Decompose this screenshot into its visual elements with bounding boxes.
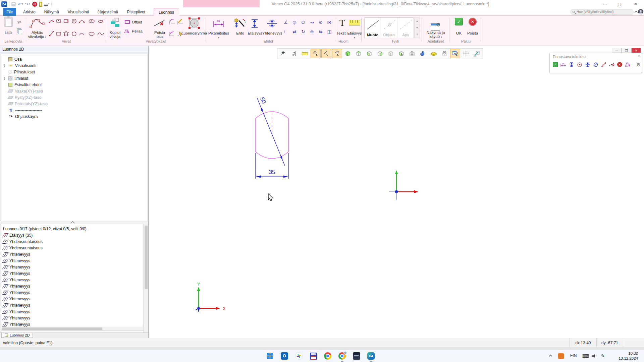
constraint-row[interactable]: Yhtenevyys — [3, 315, 144, 321]
save-app-icon[interactable] — [309, 352, 317, 360]
gallery-down-icon[interactable]: ▼ — [415, 24, 420, 31]
speaker-icon[interactable] — [590, 352, 598, 360]
predict-settings-icon[interactable]: ⚙ — [636, 62, 641, 67]
constraint-row[interactable]: Etäisyys (35) — [3, 232, 144, 238]
predict-trim-icon[interactable] — [609, 62, 614, 67]
tree-item[interactable]: ❯ Osa — [1, 56, 148, 62]
terminal-app-icon[interactable] — [353, 352, 361, 360]
start-button[interactable] — [266, 352, 274, 360]
customize-qat-button[interactable]: ▾ — [44, 3, 50, 6]
app-logo-icon[interactable]: G4 — [1, 1, 7, 7]
predict-delete-icon[interactable]: ✕ — [617, 62, 623, 67]
cut-button[interactable]: ✂ — [16, 19, 22, 25]
gallery-scrollbar[interactable]: ▲ ▼ ⊻ — [414, 17, 420, 38]
tree-item[interactable]: ❯ Piirustukset — [1, 69, 148, 75]
search-input[interactable]: Hae (välilyönti+välilyönti) — [570, 9, 634, 15]
predict-concentric-icon[interactable] — [577, 62, 582, 67]
diameter-constraint-icon[interactable]: ∅ — [300, 19, 307, 25]
style-muoto[interactable]: Muoto — [365, 18, 381, 38]
constraint-row[interactable]: Yhtenevyys — [3, 289, 144, 296]
constraint-row[interactable]: Yhtenevyys — [3, 302, 144, 308]
marker-icon[interactable] — [39, 2, 42, 7]
predict-distance-icon[interactable] — [569, 62, 574, 67]
snap-line-icon[interactable] — [321, 49, 331, 58]
ribbon-tab[interactable]: Näkymä — [40, 8, 63, 16]
close-button[interactable]: ✕ — [630, 0, 641, 8]
fix-constraint-icon[interactable]: ◫ — [326, 28, 333, 35]
tree-item[interactable]: ❯ Poikittais(YZ)-taso — [1, 101, 148, 107]
slack-icon[interactable] — [295, 352, 303, 360]
snap-center-icon[interactable] — [311, 49, 321, 58]
style-apu[interactable]: Apu — [397, 18, 414, 38]
tree-item[interactable]: ❯ ↷ Ohjauskäyrä — [1, 113, 148, 120]
no-rotate-constraint-icon[interactable]: ⊘ — [317, 19, 324, 25]
constraint-row[interactable]: Yhtenevyys — [3, 308, 144, 315]
style-ohjaus[interactable]: Ohjaus — [381, 18, 397, 38]
constraint-row[interactable]: Yhtenevyys — [3, 251, 144, 257]
touch-keyboard-icon[interactable]: ⌨ — [582, 353, 589, 359]
constraint-row[interactable]: Yhdensuuntaisuus — [3, 245, 144, 251]
magic-select-icon[interactable] — [450, 49, 460, 58]
grid-crosshair-icon[interactable] — [461, 49, 471, 58]
snap-plane-icon[interactable] — [332, 49, 342, 58]
concentric-constraint-icon[interactable]: ◎ — [291, 19, 298, 25]
view-cube-top-icon[interactable] — [354, 49, 364, 58]
redo-button[interactable]: ↷▾ — [25, 2, 30, 7]
constraint-row[interactable]: Yhtenevyys — [3, 257, 144, 264]
drawing-canvas[interactable] — [149, 46, 644, 338]
outlook-icon[interactable]: O — [280, 352, 288, 360]
collapse-ribbon-icon[interactable] — [635, 11, 638, 14]
tray-orange-app-icon[interactable] — [557, 352, 565, 360]
constraint-row[interactable]: Yhtenevyys — [3, 283, 144, 289]
maximize-button[interactable]: ▢ — [614, 0, 625, 8]
gallery-up-icon[interactable]: ▲ — [415, 18, 420, 24]
tray-expand-icon[interactable] — [549, 355, 552, 358]
predict-accept-icon[interactable]: ✓ — [552, 62, 558, 67]
constraint-row[interactable]: Yhtenevyys — [3, 264, 144, 270]
view-cube-left-icon[interactable] — [364, 49, 374, 58]
constraint-row[interactable]: Yhdensuuntaisuus — [3, 238, 144, 245]
tab-luonnos-2d[interactable]: Luonnos 2D — [1, 333, 33, 338]
view-cube-right-icon[interactable] — [375, 49, 385, 58]
predict-line-icon[interactable] — [601, 62, 606, 67]
expand-chevron-icon[interactable]: ❯ — [3, 76, 6, 80]
perpendicular-constraint-icon[interactable]: ∟ — [282, 28, 289, 35]
horizontal-scrollbar[interactable] — [1, 327, 144, 331]
predict-mirror-icon[interactable] — [625, 62, 631, 67]
view-cube-solid-icon[interactable] — [343, 49, 353, 58]
line-tools-grid[interactable] — [49, 18, 104, 38]
ribbon-tab[interactable]: Pistepilvet — [122, 8, 150, 16]
save-icon[interactable] — [11, 2, 16, 6]
tree-item[interactable]: ❯ Vaaka(XY)-taso — [1, 88, 148, 94]
parallel-constraint-icon[interactable]: ⇄ — [291, 28, 298, 35]
gallery-more-icon[interactable]: ⊻ — [415, 31, 420, 38]
list-dropdown-icon[interactable] — [407, 49, 417, 58]
tangent-constraint-icon[interactable]: ↝ — [309, 19, 315, 25]
delete-solid-icon[interactable] — [439, 49, 449, 58]
tree-item[interactable]: ❯ Ilmiasut — [1, 75, 148, 81]
predict-dimension-icon[interactable]: 45 — [560, 62, 566, 67]
extrude-icon[interactable] — [418, 49, 428, 58]
minimize-button[interactable]: — — [599, 0, 610, 8]
measure-axis-icon[interactable] — [289, 49, 299, 58]
language-indicator[interactable]: FIN — [570, 353, 577, 358]
measure-ruler-icon[interactable] — [300, 49, 310, 58]
view-cube-iso-icon[interactable] — [386, 49, 396, 58]
pen-icon[interactable]: ✎ — [601, 353, 605, 359]
select-solid-icon[interactable] — [396, 49, 407, 58]
predict-diameter-icon[interactable] — [593, 62, 598, 67]
symmetry-constraint-icon[interactable]: ⋈ — [326, 19, 333, 25]
predictive-close-icon[interactable]: ✕ — [638, 54, 640, 58]
user-avatar[interactable] — [638, 9, 643, 14]
expand-chevron-icon[interactable]: ❯ — [3, 64, 6, 67]
chrome-icon[interactable] — [324, 352, 332, 360]
vertex-g4-icon[interactable]: G4 — [367, 352, 375, 360]
tab-file[interactable]: File — [3, 8, 16, 16]
constraint-row[interactable]: Yhtenevyys — [3, 296, 144, 302]
predict-symmetry-icon[interactable] — [585, 62, 590, 67]
undo-button[interactable]: ↶▾ — [18, 2, 23, 7]
tree-item[interactable]: ❯ Pysty(XZ)-taso — [1, 94, 148, 101]
chrome-profile-icon[interactable] — [338, 352, 346, 360]
scale-icon[interactable] — [472, 49, 482, 58]
drawer-icon[interactable] — [429, 49, 439, 58]
